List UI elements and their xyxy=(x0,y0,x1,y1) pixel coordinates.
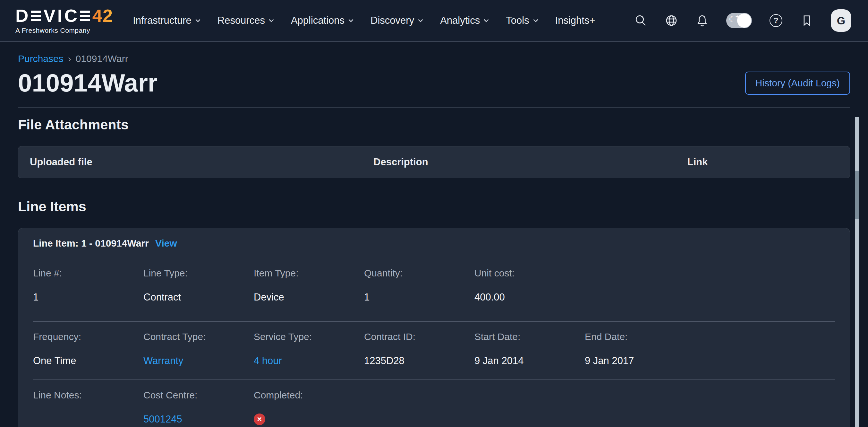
chevron-down-icon xyxy=(194,17,202,24)
service-type-link[interactable]: 4 hour xyxy=(254,355,364,367)
field-line-type: Line Type: Contract xyxy=(144,268,254,303)
vertical-scrollbar[interactable] xyxy=(855,117,859,427)
history-audit-logs-button[interactable]: History (Audit Logs) xyxy=(745,72,850,95)
line-items-heading: Line Items xyxy=(18,199,850,215)
page-title: 010914Warr xyxy=(18,69,157,97)
breadcrumb-current: 010914Warr xyxy=(76,53,128,64)
x-circle-red-icon: ✕ xyxy=(254,414,265,425)
chevron-down-icon xyxy=(347,17,354,24)
logo-tagline: A Freshworks Company xyxy=(16,27,113,34)
nav-item-discovery[interactable]: Discovery xyxy=(371,15,424,26)
logo-letter-e-bars xyxy=(80,10,90,21)
search-icon[interactable] xyxy=(634,14,647,27)
nav-utilities: ☾ ✦ ? G xyxy=(634,9,851,32)
warranty-link[interactable]: Warranty xyxy=(144,355,254,367)
scrollbar-thumb[interactable] xyxy=(855,171,859,219)
nav-item-analytics[interactable]: Analytics xyxy=(440,15,490,26)
main-menu: Infrastructure Resources Applications Di… xyxy=(133,15,595,26)
logo-number-42: 42 xyxy=(92,7,113,25)
theme-toggle[interactable]: ☾ ✦ xyxy=(726,13,752,28)
column-header-link: Link xyxy=(687,156,708,168)
nav-item-insights[interactable]: Insights+ xyxy=(555,15,595,26)
logo-letter: D xyxy=(16,7,29,25)
field-cost-centre: Cost Centre: 5001245 xyxy=(144,390,254,425)
line-item-card-header: Line Item: 1 - 010914Warr View xyxy=(33,228,835,258)
view-link[interactable]: View xyxy=(155,238,177,249)
header-divider xyxy=(18,107,850,108)
field-start-date: Start Date: 9 Jan 2014 xyxy=(474,331,585,367)
field-frequency: Frequency: One Time xyxy=(33,331,144,367)
field-contract-id: Contract ID: 1235D28 xyxy=(364,331,474,367)
chevron-down-icon xyxy=(532,17,539,24)
chevron-down-icon xyxy=(417,17,424,24)
chevron-down-icon xyxy=(483,17,490,24)
cost-centre-link[interactable]: 5001245 xyxy=(144,414,254,425)
breadcrumb-purchases-link[interactable]: Purchases xyxy=(18,53,63,64)
page-content: Purchases › 010914Warr 010914Warr Histor… xyxy=(0,53,868,427)
field-contract-type: Contract Type: Warranty xyxy=(144,331,254,367)
logo-letter-e-bars xyxy=(31,10,41,21)
line-item-field-row: Frequency: One Time Contract Type: Warra… xyxy=(33,322,835,380)
device42-logo[interactable]: D V I C 42 A Freshworks Company xyxy=(16,7,113,34)
line-item-field-row: Line Notes: Cost Centre: 5001245 Complet… xyxy=(33,380,835,427)
breadcrumb: Purchases › 010914Warr xyxy=(18,53,850,64)
chevron-down-icon xyxy=(268,17,275,24)
field-service-type: Service Type: 4 hour xyxy=(254,331,364,367)
avatar[interactable]: G xyxy=(831,9,851,32)
top-nav: D V I C 42 A Freshworks Company Infrastr… xyxy=(0,0,868,42)
field-end-date: End Date: 9 Jan 2017 xyxy=(585,331,695,367)
field-item-type: Item Type: Device xyxy=(254,268,364,303)
logo-letter: C xyxy=(64,7,77,25)
field-unit-cost: Unit cost: 400.00 xyxy=(474,268,585,303)
nav-item-resources[interactable]: Resources xyxy=(217,15,275,26)
nav-item-infrastructure[interactable]: Infrastructure xyxy=(133,15,202,26)
bookmark-icon[interactable] xyxy=(800,14,813,27)
help-icon[interactable]: ? xyxy=(769,14,783,27)
field-line-notes: Line Notes: xyxy=(33,390,144,425)
line-item-field-row: Line #: 1 Line Type: Contract Item Type:… xyxy=(33,258,835,322)
field-line-number: Line #: 1 xyxy=(33,268,144,303)
field-completed: Completed: ✕ xyxy=(254,390,364,425)
logo-letter: V xyxy=(43,7,56,25)
nav-item-applications[interactable]: Applications xyxy=(291,15,354,26)
toggle-knob xyxy=(737,13,751,28)
line-item-card-title: Line Item: 1 - 010914Warr xyxy=(33,238,149,249)
column-header-description: Description xyxy=(373,156,428,168)
field-empty xyxy=(585,268,695,303)
device42-wordmark: D V I C 42 xyxy=(16,7,113,25)
nav-item-tools[interactable]: Tools xyxy=(506,15,539,26)
line-item-card: Line Item: 1 - 010914Warr View Line #: 1… xyxy=(18,228,850,427)
title-row: 010914Warr History (Audit Logs) xyxy=(18,69,850,97)
breadcrumb-separator: › xyxy=(68,53,71,64)
bell-icon[interactable] xyxy=(695,14,709,27)
file-attachments-table-header: Uploaded file Description Link xyxy=(18,146,850,178)
file-attachments-heading: File Attachments xyxy=(18,117,850,133)
column-header-uploaded-file: Uploaded file xyxy=(30,156,92,168)
field-quantity: Quantity: 1 xyxy=(364,268,474,303)
globe-icon[interactable] xyxy=(664,14,678,27)
logo-letter: I xyxy=(57,7,63,25)
